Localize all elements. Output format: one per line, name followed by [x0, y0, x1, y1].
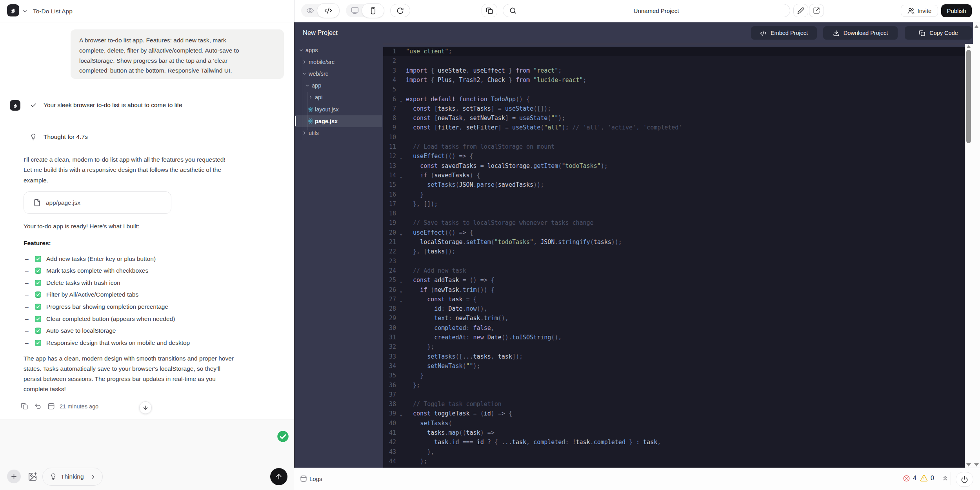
tree-item-layout-jsx[interactable]: layout.jsx [295, 104, 382, 115]
code-line-15[interactable]: 15 setTasks(JSON.parse(savedTasks)); [383, 180, 965, 189]
tree-item-web-src[interactable]: web/src [295, 68, 382, 80]
undo-icon[interactable] [34, 403, 42, 410]
download-project-button[interactable]: Download Project [823, 26, 898, 40]
code-line-38[interactable]: 38 // Toggle task completion [383, 399, 965, 409]
copy-code-button[interactable]: Copy Code [905, 26, 972, 40]
editor-scroll-up-arrow[interactable] [966, 45, 971, 48]
code-line-18[interactable]: 18 [383, 209, 965, 218]
code-line-26[interactable]: 26▾ if (newTask.trim()) { [383, 285, 965, 295]
code-line-14[interactable]: 14▾ if (savedTasks) { [383, 171, 965, 180]
code-line-19[interactable]: 19 // Save tasks to localStorage wheneve… [383, 218, 965, 228]
line-number: 3 [383, 66, 396, 75]
page-scroll-down-arrow[interactable] [974, 463, 979, 466]
eye-icon[interactable] [306, 7, 314, 15]
chevron-down-icon[interactable] [22, 8, 28, 14]
line-number: 43 [383, 447, 396, 457]
publish-button[interactable]: Publish [941, 4, 972, 17]
tree-item-app[interactable]: app [295, 80, 382, 91]
code-topstrip [383, 43, 965, 45]
code-line-4[interactable]: 4import { Plus, Trash2, Check } from "lu… [383, 75, 965, 85]
tree-item-apps[interactable]: apps [295, 44, 382, 56]
code-line-36[interactable]: 36 }; [383, 381, 965, 390]
code-line-20[interactable]: 20▾ useEffect(() => { [383, 228, 965, 237]
edit-button[interactable] [793, 4, 808, 17]
code-editor[interactable]: 1"use client";23import { useState, useEf… [383, 47, 965, 468]
code-line-22[interactable]: 22 }, [tasks]); [383, 247, 965, 256]
code-line-21[interactable]: 21 localStorage.setItem("todoTasks", JSO… [383, 237, 965, 247]
device-toggle[interactable] [346, 4, 384, 17]
project-name-input[interactable]: Unnamed Project [503, 4, 790, 17]
code-line-23[interactable]: 23 [383, 257, 965, 266]
code-line-27[interactable]: 27▾ const task = { [383, 295, 965, 304]
chat-title[interactable]: To-Do List App [33, 8, 73, 15]
warning-icon [920, 474, 928, 482]
mobile-view-button[interactable] [362, 3, 384, 18]
embed-project-button[interactable]: Embed Project [751, 26, 817, 40]
code-line-34[interactable]: 34 setNewTask(""); [383, 361, 965, 371]
send-button[interactable] [270, 468, 287, 485]
thinking-mode-button[interactable]: Thinking [42, 468, 103, 486]
code-line-43[interactable]: 43 ), [383, 447, 965, 457]
thought-row[interactable]: Thought for 4.7s [30, 133, 88, 140]
line-number: 22 [383, 247, 396, 256]
code-line-30[interactable]: 30 completed: false, [383, 323, 965, 333]
logs-toggle[interactable]: Logs [300, 475, 322, 482]
editor-scrollbar-thumb[interactable] [966, 50, 971, 143]
code-view-button[interactable] [317, 3, 340, 18]
code-line-44[interactable]: 44 ); [383, 457, 965, 466]
chevrons-up-icon[interactable] [942, 475, 949, 482]
file-chip[interactable]: app/page.jsx [24, 191, 171, 214]
status-bar [294, 468, 980, 490]
refresh-button[interactable] [390, 4, 410, 17]
open-external-button[interactable] [809, 4, 824, 17]
code-line-5[interactable]: 5 [383, 85, 965, 94]
code-line-7[interactable]: 7 const [tasks, setTasks] = useState([])… [383, 104, 965, 113]
chevron-down-icon [304, 83, 311, 88]
code-line-28[interactable]: 28 id: Date.now(), [383, 304, 965, 313]
monitor-icon[interactable] [351, 7, 359, 15]
code-line-11[interactable]: 11 // Load tasks from localStorage on mo… [383, 142, 965, 151]
power-button[interactable] [956, 472, 973, 487]
code-line-2[interactable]: 2 [383, 56, 965, 66]
copy-icon[interactable] [21, 403, 28, 410]
problems-indicators[interactable]: 4 0 [903, 474, 949, 482]
code-line-35[interactable]: 35 } [383, 371, 965, 380]
code-line-25[interactable]: 25▾ const addTask = () => { [383, 275, 965, 285]
code-line-1[interactable]: 1"use client"; [383, 47, 965, 56]
tree-item-utils[interactable]: utils [295, 127, 382, 139]
code-line-16[interactable]: 16 } [383, 190, 965, 199]
tree-item-page-jsx[interactable]: page.jsx [295, 115, 382, 127]
code-line-3[interactable]: 3import { useState, useEffect } from "re… [383, 66, 965, 75]
code-line-13[interactable]: 13 const savedTasks = localStorage.getIt… [383, 161, 965, 171]
page-scroll-up-arrow[interactable] [974, 25, 979, 28]
duplicate-button[interactable] [482, 4, 497, 17]
code-line-32[interactable]: 32 }; [383, 342, 965, 352]
code-line-12[interactable]: 12▾ useEffect(() => { [383, 151, 965, 161]
code-line-39[interactable]: 39▾ const toggleTask = (id) => { [383, 409, 965, 418]
tree-item-mobile-src[interactable]: mobile/src [295, 56, 382, 68]
code-line-37[interactable]: 37 [383, 390, 965, 399]
code-line-17[interactable]: 17 }, []); [383, 199, 965, 209]
add-attachment-button[interactable] [7, 470, 21, 483]
code-line-41[interactable]: 41 tasks.map((task) => [383, 428, 965, 437]
code-line-31[interactable]: 31 createdAt: new Date().toISOString(), [383, 333, 965, 342]
code-line-40[interactable]: 40 setTasks( [383, 419, 965, 428]
code-line-6[interactable]: 6▾export default function TodoApp() { [383, 95, 965, 104]
invite-button[interactable]: Invite [901, 5, 938, 17]
tree-item-api[interactable]: api [295, 91, 382, 103]
code-line-9[interactable]: 9 const [filter, setFilter] = useState("… [383, 123, 965, 132]
image-upload-icon[interactable] [28, 472, 37, 481]
code-line-8[interactable]: 8 const [newTask, setNewTask] = useState… [383, 113, 965, 123]
editor-scroll-down-arrow[interactable] [966, 463, 971, 466]
feature-item: –Progress bar showing completion percent… [24, 301, 168, 313]
code-line-29[interactable]: 29 text: newTask.trim(), [383, 313, 965, 323]
version-icon[interactable] [47, 403, 55, 410]
view-mode-toggle[interactable] [301, 4, 340, 17]
code-line-10[interactable]: 10 [383, 133, 965, 142]
scroll-to-bottom-button[interactable] [139, 401, 152, 414]
code-line-42[interactable]: 42 task.id === id ? { ...task, completed… [383, 437, 965, 447]
page-scrollbar[interactable] [973, 22, 980, 468]
code-line-33[interactable]: 33 setTasks([...tasks, task]); [383, 352, 965, 361]
code-line-24[interactable]: 24 // Add new task [383, 266, 965, 275]
app-logo-icon[interactable] [7, 4, 19, 16]
